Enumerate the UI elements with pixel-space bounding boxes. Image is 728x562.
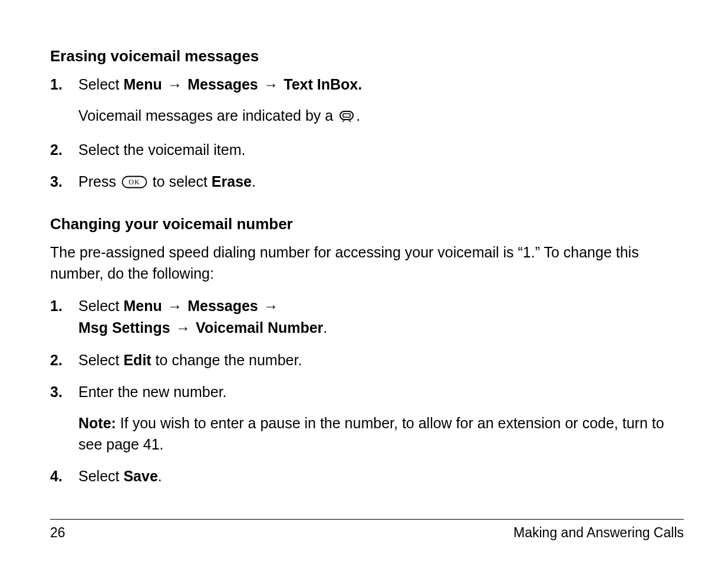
note-body: If you wish to enter a pause in the numb…: [78, 415, 664, 452]
step-text: Select the voicemail item.: [78, 139, 684, 160]
list-number: 3.: [50, 381, 78, 402]
chapter-title: Making and Answering Calls: [513, 525, 684, 541]
step-text-post: .: [323, 319, 327, 336]
list-item: 1. Select Menu → Messages →Msg Settings …: [50, 295, 684, 339]
step-subtext-post: .: [356, 107, 360, 124]
arrow-icon: →: [170, 320, 196, 336]
step-text: Select: [78, 76, 123, 92]
edit-label: Edit: [123, 352, 151, 368]
menu-label: Menu: [123, 76, 162, 92]
step-text-post: to change the number.: [151, 352, 302, 368]
list-item: 2. Select Edit to change the number.: [50, 349, 684, 371]
step-text: Select: [78, 297, 123, 314]
footer-divider: [50, 519, 684, 520]
step-text: Enter the new number.: [78, 381, 684, 402]
step-text: Press: [78, 173, 120, 190]
list-item: 1. Select Menu → Messages → Text InBox. …: [50, 74, 684, 128]
list-number: 2.: [50, 349, 78, 371]
list-number: 1.: [50, 74, 78, 95]
svg-rect-0: [340, 111, 353, 120]
note-label: Note:: [78, 415, 116, 431]
list-number: 4.: [50, 465, 78, 487]
heading-changing-voicemail-number: Changing your voicemail number: [50, 215, 684, 233]
list-number: 3.: [50, 171, 78, 192]
step-text: Select: [78, 468, 123, 484]
list-item: 3. Press OK to select Erase.: [50, 171, 684, 194]
arrow-icon: →: [258, 77, 284, 92]
step-text-mid: to select: [149, 173, 212, 190]
menu-label: Menu: [123, 297, 162, 314]
heading-erasing-voicemail: Erasing voicemail messages: [50, 47, 684, 65]
list-item: 2. Select the voicemail item.: [50, 139, 684, 160]
messages-label: Messages: [187, 76, 258, 92]
list-item: 4. Select Save.: [50, 465, 684, 487]
list-number: 2.: [50, 139, 78, 160]
arrow-icon: →: [258, 298, 280, 314]
step-text: Select: [78, 352, 123, 368]
svg-rect-1: [343, 114, 350, 117]
ok-button-icon: OK: [121, 173, 147, 194]
arrow-icon: →: [162, 298, 188, 314]
svg-text:OK: OK: [129, 178, 140, 186]
messages-label: Messages: [187, 297, 258, 314]
erase-label: Erase: [212, 173, 252, 190]
list-number: 1.: [50, 295, 78, 316]
msg-settings-label: Msg Settings: [78, 319, 170, 336]
text-inbox-label: Text InBox.: [284, 76, 362, 92]
voicemail-number-label: Voicemail Number: [196, 319, 323, 336]
page-number: 26: [50, 525, 65, 541]
save-label: Save: [123, 468, 157, 484]
list-item: 3. Enter the new number. Note: If you wi…: [50, 381, 684, 455]
voicemail-icon: [338, 107, 355, 128]
step-subtext: Voicemail messages are indicated by a: [78, 107, 337, 124]
arrow-icon: →: [162, 77, 188, 92]
intro-paragraph: The pre-assigned speed dialing number fo…: [50, 242, 684, 285]
step-text-post: .: [158, 468, 162, 484]
page-footer: 26 Making and Answering Calls: [50, 525, 684, 541]
step-text-post: .: [252, 173, 256, 190]
